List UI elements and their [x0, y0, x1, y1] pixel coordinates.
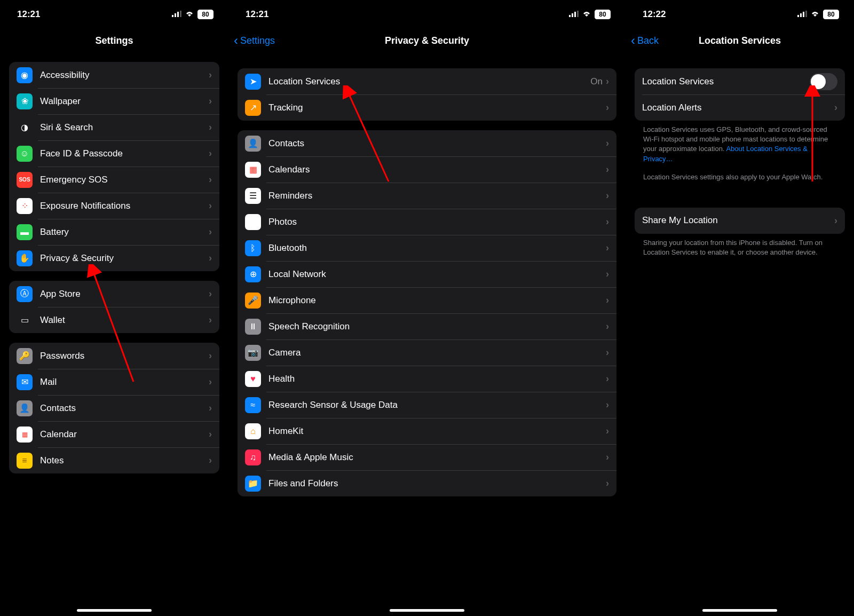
row-health[interactable]: ♥Health›	[238, 366, 616, 392]
row-exposure[interactable]: ⁘Exposure Notifications›	[9, 193, 219, 219]
row-camera[interactable]: 📷Camera›	[238, 339, 616, 366]
row-label: Tracking	[268, 102, 606, 113]
row-faceid[interactable]: ☺Face ID & Passcode›	[9, 140, 219, 167]
row-label: Battery	[40, 227, 209, 238]
row-media-music[interactable]: ♫Media & Apple Music›	[238, 444, 616, 470]
row-label: Calendar	[40, 429, 209, 440]
speech-icon: ⏸	[245, 319, 261, 335]
home-indicator[interactable]	[77, 609, 152, 612]
back-button[interactable]: ‹ Settings	[234, 34, 275, 47]
row-label: Face ID & Passcode	[40, 148, 209, 159]
privacy-icon: ✋	[17, 250, 33, 266]
row-calendars[interactable]: ▦Calendars›	[238, 156, 616, 183]
footer-text-1: Location Services uses GPS, Bluetooth, a…	[635, 121, 845, 168]
location-list: Location Services Location Alerts › Loca…	[626, 68, 854, 272]
row-notes[interactable]: ≡Notes›	[9, 447, 219, 473]
row-wallet[interactable]: ▭Wallet›	[9, 307, 219, 333]
accessibility-icon: ◉	[17, 67, 33, 83]
chevron-right-icon: ›	[209, 376, 212, 388]
svg-rect-8	[577, 11, 579, 17]
row-privacy[interactable]: ✋Privacy & Security›	[9, 245, 219, 271]
network-icon: ⊕	[245, 266, 261, 282]
row-label: Contacts	[268, 138, 606, 149]
chevron-right-icon: ›	[606, 399, 609, 410]
row-reminders[interactable]: ☰Reminders›	[238, 183, 616, 209]
mail-icon: ✉	[17, 374, 33, 390]
chevron-right-icon: ›	[209, 174, 212, 185]
row-appstore[interactable]: ⒶApp Store›	[9, 281, 219, 307]
row-research[interactable]: ≈Research Sensor & Usage Data›	[238, 392, 616, 418]
status-icons: 80	[797, 9, 839, 20]
chevron-left-icon: ‹	[631, 34, 635, 47]
cellular-icon	[172, 9, 181, 20]
notes-icon: ≡	[17, 453, 33, 469]
location-services-toggle[interactable]	[810, 73, 837, 90]
toggle-knob	[811, 74, 826, 89]
camera-icon: 📷	[245, 345, 261, 361]
row-microphone[interactable]: 🎤Microphone›	[238, 287, 616, 313]
row-location-toggle[interactable]: Location Services	[635, 68, 845, 94]
row-passwords[interactable]: 🔑Passwords›	[9, 343, 219, 369]
chevron-right-icon: ›	[209, 314, 212, 326]
settings-list: ◉Accessibility› ❀Wallpaper› ◑Siri & Sear…	[0, 62, 228, 484]
cellular-icon	[569, 9, 579, 20]
chevron-right-icon: ›	[209, 402, 212, 414]
row-contacts[interactable]: 👤Contacts›	[9, 395, 219, 421]
row-label: Notes	[40, 455, 209, 466]
status-bar: 12:22 80	[626, 0, 854, 29]
chevron-right-icon: ›	[606, 347, 609, 358]
row-homekit[interactable]: ⌂HomeKit›	[238, 418, 616, 444]
chevron-right-icon: ›	[209, 288, 212, 299]
svg-rect-6	[572, 13, 573, 17]
row-contacts[interactable]: 👤Contacts›	[238, 130, 616, 156]
home-indicator[interactable]	[702, 609, 777, 612]
faceid-icon: ☺	[17, 146, 33, 162]
row-share-location[interactable]: Share My Location ›	[635, 208, 845, 234]
row-wallpaper[interactable]: ❀Wallpaper›	[9, 88, 219, 114]
row-photos[interactable]: ❁Photos›	[238, 209, 616, 235]
reminders-icon: ☰	[245, 188, 261, 204]
chevron-right-icon: ›	[834, 102, 837, 113]
page-title: Location Services	[626, 35, 854, 46]
row-label: Bluetooth	[268, 243, 606, 254]
row-label: Wallet	[40, 315, 209, 326]
row-label: Location Alerts	[642, 102, 834, 113]
row-label: Files and Folders	[268, 478, 606, 489]
row-battery[interactable]: ▬Battery›	[9, 219, 219, 245]
row-bluetooth[interactable]: ᛒBluetooth›	[238, 235, 616, 261]
chevron-right-icon: ›	[606, 295, 609, 306]
battery-icon: 80	[197, 10, 213, 19]
row-location-services[interactable]: ➤Location ServicesOn›	[238, 68, 616, 94]
home-indicator[interactable]	[390, 609, 464, 612]
back-button[interactable]: ‹ Back	[631, 34, 659, 47]
appstore-icon: Ⓐ	[17, 286, 33, 302]
row-label: Speech Recognition	[268, 321, 606, 332]
row-files[interactable]: 📁Files and Folders›	[238, 470, 616, 496]
row-siri[interactable]: ◑Siri & Search›	[9, 114, 219, 140]
row-accessibility[interactable]: ◉Accessibility›	[9, 62, 219, 88]
wallet-icon: ▭	[17, 312, 33, 328]
chevron-right-icon: ›	[209, 252, 212, 264]
row-label: Research Sensor & Usage Data	[268, 400, 606, 410]
nav-header: Settings	[0, 29, 228, 52]
chevron-right-icon: ›	[209, 148, 212, 159]
row-local-network[interactable]: ⊕Local Network›	[238, 261, 616, 287]
row-calendar[interactable]: ▦Calendar›	[9, 421, 219, 447]
svg-rect-13	[805, 11, 807, 17]
svg-rect-0	[172, 15, 173, 17]
row-sos[interactable]: SOSEmergency SOS›	[9, 167, 219, 193]
row-tracking[interactable]: ↗Tracking›	[238, 94, 616, 121]
row-label: Mail	[40, 377, 209, 388]
svg-rect-3	[180, 11, 181, 17]
location-services-screen: 12:22 80 ‹ Back Location Services Locati…	[626, 0, 854, 616]
row-location-alerts[interactable]: Location Alerts ›	[635, 94, 845, 121]
row-mail[interactable]: ✉Mail›	[9, 369, 219, 395]
svg-rect-10	[797, 15, 799, 17]
footer-text-2: Location Services settings also apply to…	[635, 168, 845, 186]
row-speech[interactable]: ⏸Speech Recognition›	[238, 313, 616, 339]
chevron-right-icon: ›	[606, 242, 609, 254]
row-label: Microphone	[268, 295, 606, 306]
key-icon: 🔑	[17, 348, 33, 364]
row-label: Contacts	[40, 403, 209, 414]
cellular-icon	[797, 9, 807, 20]
